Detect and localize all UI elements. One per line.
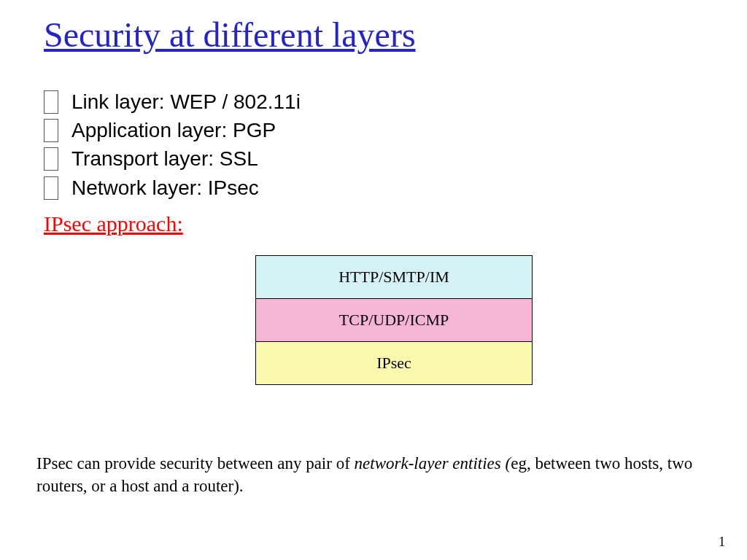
footnote-part: IPsec can provide security between any p… bbox=[36, 454, 355, 472]
page-number: 1 bbox=[719, 534, 725, 550]
bullet-item: Application layer: PGP bbox=[44, 116, 301, 144]
bullet-item: Link layer: WEP / 802.11i bbox=[44, 88, 301, 116]
bullet-list: Link layer: WEP / 802.11i Application la… bbox=[44, 88, 301, 202]
ipsec-approach-heading: IPsec approach: bbox=[44, 211, 183, 236]
bullet-glyph-icon bbox=[44, 119, 58, 142]
stack-layer-application: HTTP/SMTP/IM bbox=[256, 256, 532, 299]
footnote-text: IPsec can provide security between any p… bbox=[36, 452, 711, 497]
bullet-text: Network layer: IPsec bbox=[71, 174, 259, 202]
bullet-text: Transport layer: SSL bbox=[71, 144, 258, 173]
slide-title: Security at different layers bbox=[44, 15, 416, 55]
bullet-glyph-icon bbox=[44, 147, 58, 171]
bullet-item: Network layer: IPsec bbox=[44, 174, 301, 202]
bullet-item: Transport layer: SSL bbox=[44, 144, 301, 173]
stack-layer-network: IPsec bbox=[256, 342, 532, 384]
bullet-glyph-icon bbox=[44, 90, 58, 114]
stack-layer-transport: TCP/UDP/ICMP bbox=[256, 299, 532, 342]
bullet-text: Application layer: PGP bbox=[71, 116, 276, 144]
protocol-stack-diagram: HTTP/SMTP/IM TCP/UDP/ICMP IPsec bbox=[255, 255, 533, 385]
footnote-emphasis: network-layer entities ( bbox=[355, 454, 511, 472]
bullet-text: Link layer: WEP / 802.11i bbox=[71, 88, 301, 116]
bullet-glyph-icon bbox=[44, 176, 58, 200]
slide: Security at different layers Link layer:… bbox=[0, 0, 747, 560]
